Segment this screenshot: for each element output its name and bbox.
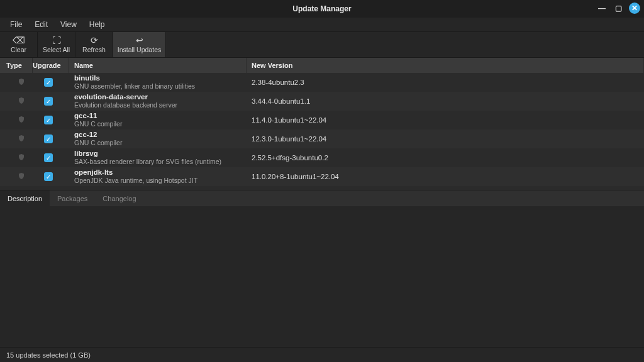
menu-file[interactable]: File	[4, 19, 28, 30]
tab-description[interactable]: Description	[0, 190, 50, 206]
menu-view[interactable]: View	[54, 19, 83, 30]
tab-packages[interactable]: Packages	[50, 190, 95, 206]
upgrade-checkbox[interactable]: ✓	[44, 134, 53, 143]
upgrade-checkbox[interactable]: ✓	[44, 153, 53, 162]
package-version: 11.4.0-1ubuntu1~22.04	[247, 116, 644, 124]
header-version[interactable]: New Version	[247, 58, 644, 73]
table-row[interactable]: ✓gcc-11GNU C compiler11.4.0-1ubuntu1~22.…	[0, 111, 644, 129]
select-all-button[interactable]: ⛶ Select All	[38, 32, 75, 57]
shield-icon	[18, 118, 25, 125]
package-name: librsvg	[74, 150, 247, 158]
package-list[interactable]: ✓binutilsGNU assembler, linker and binar…	[0, 73, 644, 190]
header-upgrade[interactable]: Upgrade	[33, 58, 69, 73]
table-row[interactable]: ✓openjdk-ltsOpenJDK Java runtime, using …	[0, 167, 644, 186]
install-updates-button[interactable]: ↩ Install Updates	[113, 32, 166, 57]
upgrade-checkbox[interactable]: ✓	[44, 116, 53, 124]
package-name-cell: evolution-data-serverEvolution database …	[69, 93, 247, 109]
shield-icon	[18, 99, 25, 106]
table-row[interactable]: ✓librsvgSAX-based renderer library for S…	[0, 148, 644, 167]
package-version: 12.3.0-1ubuntu1~22.04	[247, 135, 644, 143]
package-name-cell: gcc-12GNU C compiler	[69, 131, 247, 147]
detail-pane	[0, 206, 644, 347]
status-bar: 15 updates selected (1 GB)	[0, 347, 644, 362]
install-icon: ↩	[136, 36, 143, 45]
toolbar: ⌫ Clear ⛶ Select All ⟳ Refresh ↩ Install…	[0, 31, 644, 58]
window-controls: — ▢ ✕	[596, 3, 640, 14]
package-version: 3.44.4-0ubuntu1.1	[247, 97, 644, 105]
status-text: 15 updates selected (1 GB)	[6, 351, 91, 359]
menu-help[interactable]: Help	[83, 19, 111, 30]
menu-edit[interactable]: Edit	[28, 19, 54, 30]
select-all-icon: ⛶	[52, 36, 61, 45]
table-row[interactable]: ✓gcc-12GNU C compiler12.3.0-1ubuntu1~22.…	[0, 129, 644, 148]
package-version: 2.38-4ubuntu2.3	[247, 79, 644, 86]
package-description: SAX-based renderer library for SVG files…	[74, 158, 247, 166]
shield-icon	[18, 155, 25, 163]
package-version: 2.52.5+dfsg-3ubuntu0.2	[247, 154, 644, 162]
maximize-button[interactable]: ▢	[613, 3, 624, 14]
titlebar: Update Manager — ▢ ✕	[0, 0, 644, 18]
package-name: openjdk-lts	[74, 168, 247, 177]
tab-changelog[interactable]: Changelog	[95, 190, 143, 206]
clear-button[interactable]: ⌫ Clear	[0, 32, 38, 57]
package-description: Evolution database backend server	[74, 101, 247, 109]
package-version: 11.0.20+8-1ubuntu1~22.04	[247, 173, 644, 180]
upgrade-checkbox[interactable]: ✓	[44, 172, 53, 181]
detail-tabs: Description Packages Changelog	[0, 190, 644, 206]
package-name-cell: gcc-11GNU C compiler	[69, 112, 247, 128]
shield-icon	[18, 80, 25, 87]
package-name: gcc-11	[74, 112, 247, 120]
package-description: GNU assembler, linker and binary utiliti…	[74, 82, 247, 90]
menubar: File Edit View Help	[0, 18, 644, 31]
table-header: Type Upgrade Name New Version	[0, 58, 644, 73]
package-name: binutils	[74, 74, 247, 82]
select-all-label: Select All	[43, 46, 70, 53]
package-name-cell: librsvgSAX-based renderer library for SV…	[69, 150, 247, 166]
table-row[interactable]: ✓evolution-data-serverEvolution database…	[0, 92, 644, 111]
refresh-icon: ⟳	[91, 36, 98, 45]
package-name-cell: binutilsGNU assembler, linker and binary…	[69, 74, 247, 90]
header-type[interactable]: Type	[0, 58, 33, 73]
minimize-button[interactable]: —	[596, 3, 608, 14]
shield-icon	[18, 174, 25, 182]
window-title: Update Manager	[292, 4, 351, 13]
refresh-label: Refresh	[82, 46, 106, 53]
package-name: gcc-12	[74, 131, 247, 139]
install-label: Install Updates	[118, 46, 161, 53]
package-description: OpenJDK Java runtime, using Hotspot JIT	[74, 177, 247, 185]
clear-icon: ⌫	[13, 36, 25, 45]
clear-label: Clear	[11, 46, 26, 53]
shield-icon	[18, 136, 25, 144]
upgrade-checkbox[interactable]: ✓	[44, 97, 53, 106]
header-name[interactable]: Name	[69, 58, 247, 73]
refresh-button[interactable]: ⟳ Refresh	[75, 32, 113, 57]
close-button[interactable]: ✕	[629, 3, 640, 14]
package-description: GNU C compiler	[74, 120, 247, 128]
upgrade-checkbox[interactable]: ✓	[44, 78, 53, 87]
package-description: GNU C compiler	[74, 139, 247, 147]
package-name: evolution-data-server	[74, 93, 247, 101]
table-row[interactable]: ✓binutilsGNU assembler, linker and binar…	[0, 73, 644, 92]
package-name-cell: openjdk-ltsOpenJDK Java runtime, using H…	[69, 168, 247, 185]
